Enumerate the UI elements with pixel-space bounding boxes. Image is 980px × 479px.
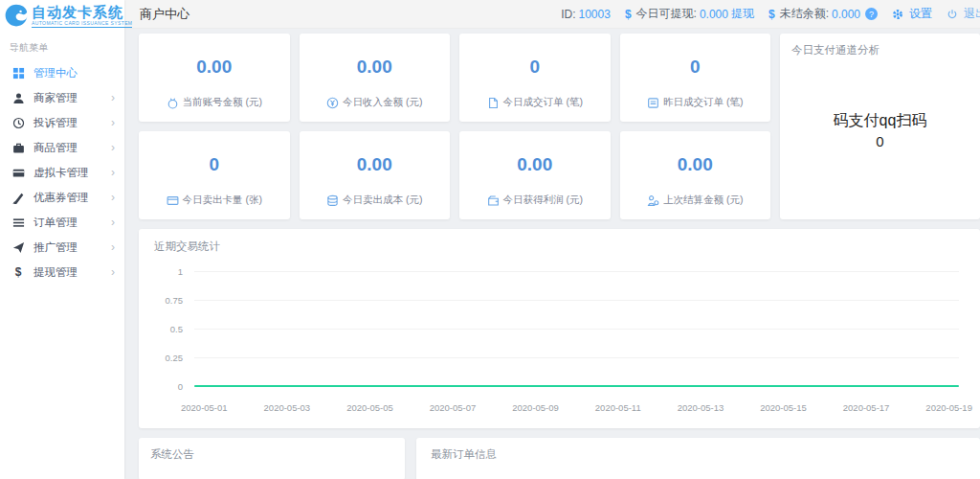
- stat-card-cards-sold: 0 今日卖出卡量 (张): [139, 131, 290, 219]
- chart-title: 近期交易统计: [154, 240, 965, 254]
- logout-button[interactable]: 退出: [947, 6, 980, 22]
- withdrawable-balance: $ 今日可提现: 0.000 提现: [625, 6, 754, 22]
- order-icon: [11, 216, 25, 229]
- stat-value: 0.00: [357, 154, 392, 175]
- channel-name: 码支付qq扫码: [834, 111, 927, 131]
- x-tick: 2020-05-11: [595, 402, 641, 413]
- file-icon: [487, 97, 500, 109]
- chevron-right-icon: ›: [111, 142, 115, 153]
- x-tick: 2020-05-03: [264, 402, 311, 413]
- sidebar-item-product[interactable]: 商品管理 ›: [0, 135, 124, 160]
- virtual-card-icon: [11, 166, 25, 179]
- announcement-title: 系统公告: [150, 447, 393, 462]
- stat-card-profit: 0.00 今日获得利润 (元): [459, 131, 611, 219]
- x-tick: 2020-05-19: [925, 402, 972, 413]
- merchant-id: ID: 10003: [561, 8, 611, 21]
- sidebar-item-label: 优惠券管理: [33, 191, 111, 205]
- withdraw-icon: $: [11, 265, 25, 279]
- col-pay-channel: 支付通道: [837, 474, 966, 479]
- settings-button[interactable]: 设置: [892, 6, 932, 22]
- chevron-right-icon: ›: [111, 217, 115, 228]
- help-icon[interactable]: ?: [865, 8, 878, 20]
- x-tick: 2020-05-01: [181, 402, 228, 413]
- stat-card-last-settlement: 0.00 上次结算金额 (元): [620, 131, 771, 219]
- x-tick: 2020-05-15: [760, 402, 807, 413]
- settings-label: 设置: [909, 6, 932, 22]
- payment-channel-panel: 今日支付通道分析 码支付qq扫码 0: [780, 34, 980, 219]
- sidebar-item-label: 推广管理: [33, 240, 111, 255]
- x-tick: 2020-05-13: [678, 402, 724, 413]
- stat-card-cost: 0.00 今日卖出成本 (元): [300, 131, 451, 219]
- stat-label-text: 当前账号金额 (元): [183, 96, 262, 109]
- dollar-icon: $: [768, 8, 775, 21]
- sidebar-item-virtual-card[interactable]: 虚拟卡管理 ›: [0, 160, 124, 185]
- stat-value: 0: [209, 154, 219, 175]
- unsettled-label: 未结余额:: [780, 6, 829, 22]
- sidebar-item-label: 管理中心: [33, 66, 115, 80]
- latest-orders-title: 最新订单信息: [431, 447, 966, 462]
- chart-x-axis: 2020-05-01 2020-05-03 2020-05-05 2020-05…: [181, 402, 972, 413]
- dashboard-icon: [11, 66, 25, 80]
- stat-label-text: 今日成交订单 (笔): [503, 96, 583, 109]
- logout-label: 退出: [964, 6, 980, 22]
- chevron-right-icon: ›: [111, 241, 115, 253]
- sidebar-item-complaint[interactable]: 投诉管理 ›: [0, 110, 124, 135]
- x-tick: 2020-05-07: [430, 402, 477, 413]
- stat-value: 0.00: [357, 57, 392, 78]
- sidebar-item-coupon[interactable]: 优惠券管理 ›: [0, 185, 124, 210]
- chevron-right-icon: ›: [111, 117, 115, 128]
- complaint-icon: [11, 116, 25, 129]
- stat-value: 0: [690, 57, 701, 78]
- sidebar: 自动发卡系统 AUTOMATIC CARD ISSUANCE SYSTEM 导航…: [0, 0, 124, 479]
- topbar-right: ID: 10003 $ 今日可提现: 0.000 提现 $ 未结余额: 0.00…: [561, 6, 980, 22]
- sidebar-item-merchant[interactable]: 商家管理 ›: [0, 85, 124, 110]
- withdrawable-label: 今日可提现:: [636, 6, 697, 22]
- stat-card-current-balance: 0.00 当前账号金额 (元): [139, 34, 290, 122]
- sidebar-item-label: 虚拟卡管理: [33, 166, 111, 180]
- chevron-right-icon: ›: [111, 92, 115, 103]
- latest-orders-panel: 最新订单信息 订单号 商品名称 交易金额 下单时间 状态 支付通道: [416, 438, 980, 479]
- merchant-id-label: ID:: [561, 8, 575, 21]
- unsettled-balance: $ 未结余额: 0.000 ?: [768, 6, 878, 22]
- withdraw-link[interactable]: 提现: [731, 6, 754, 22]
- app-subtitle: AUTOMATIC CARD ISSUANCE SYSTEM: [32, 20, 132, 28]
- y-tick: 0: [178, 381, 183, 392]
- stat-label-text: 昨日成交订单 (笔): [663, 96, 743, 109]
- stat-label-text: 今日卖出成本 (元): [343, 194, 422, 207]
- list-file-icon: [647, 97, 659, 109]
- stat-label-text: 上次结算金额 (元): [663, 194, 743, 207]
- sidebar-item-withdraw[interactable]: $ 提现管理 ›: [0, 260, 124, 285]
- stat-label-text: 今日获得利润 (元): [503, 194, 583, 207]
- col-status: 状态: [784, 474, 837, 479]
- page-title: 商户中心: [140, 6, 189, 23]
- orders-table-header-row: 订单号 商品名称 交易金额 下单时间 状态 支付通道: [431, 474, 966, 479]
- unsettled-value: 0.000: [832, 8, 860, 21]
- app-title: 自动发卡系统: [32, 4, 132, 20]
- topbar: 商户中心 ID: 10003 $ 今日可提现: 0.000 提现 $ 未结余额:…: [124, 0, 980, 29]
- sidebar-item-promotion[interactable]: 推广管理 ›: [0, 235, 124, 260]
- col-order-id: 订单号: [431, 474, 516, 479]
- dollar-icon: $: [625, 8, 632, 21]
- x-tick: 2020-05-05: [346, 402, 393, 413]
- x-tick: 2020-05-17: [843, 402, 890, 413]
- orders-table: 订单号 商品名称 交易金额 下单时间 状态 支付通道: [431, 474, 966, 479]
- coupon-icon: [11, 191, 25, 204]
- power-icon: [947, 9, 958, 20]
- y-tick: 0.5: [170, 324, 183, 334]
- promotion-icon: [11, 240, 25, 254]
- announcement-panel: 系统公告: [139, 438, 405, 479]
- stat-label-text: 今日卖出卡量 (张): [183, 194, 262, 207]
- app-logo-icon: [4, 3, 29, 28]
- main-content: 0.00 当前账号金额 (元) 0.00 今日收入金额 (元) 0 今日成交订单…: [124, 29, 980, 479]
- sidebar-item-label: 商品管理: [33, 141, 111, 155]
- sidebar-item-dashboard[interactable]: 管理中心: [0, 60, 124, 85]
- channel-value: 0: [834, 133, 927, 149]
- chevron-right-icon: ›: [111, 266, 115, 278]
- col-order-time: 下单时间: [698, 474, 783, 479]
- stat-value: 0.00: [678, 154, 713, 175]
- wallet-icon: [487, 194, 500, 207]
- col-product-name: 商品名称: [516, 474, 607, 479]
- stat-value: 0.00: [517, 154, 552, 175]
- sidebar-item-order[interactable]: 订单管理 ›: [0, 210, 124, 235]
- stat-cards-grid: 0.00 当前账号金额 (元) 0.00 今日收入金额 (元) 0 今日成交订单…: [139, 34, 770, 219]
